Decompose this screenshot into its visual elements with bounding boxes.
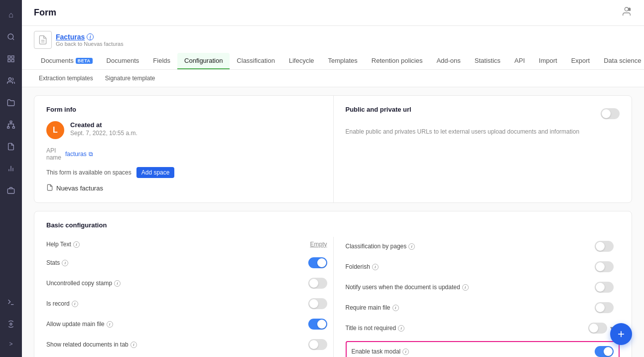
breadcrumb-name[interactable]: Facturas i — [56, 33, 124, 41]
spaces-label: This form is available on spaces — [46, 169, 131, 176]
created-date: Sept. 7, 2022, 10:55 a.m. — [70, 130, 137, 137]
stats-info-icon[interactable]: i — [62, 260, 68, 266]
copy-stamp-label: Uncontrolled copy stamp i — [46, 280, 121, 287]
form-info-card: Form info L Created at Sept. 7, 2022, 10… — [34, 96, 333, 202]
svg-point-14 — [10, 323, 12, 325]
home-icon[interactable]: ⌂ — [2, 6, 20, 24]
tab-export[interactable]: Export — [564, 53, 597, 69]
title-not-required-info-icon[interactable]: i — [398, 325, 404, 332]
tab-classification[interactable]: Classification — [230, 53, 282, 69]
folderish-label: Folderish i — [346, 263, 379, 270]
breadcrumb-info-icon[interactable]: i — [87, 33, 94, 40]
add-space-button[interactable]: Add space — [136, 167, 175, 178]
config-row-require-main: Require main file i — [346, 298, 620, 318]
space-item: Nuevas facturas — [46, 184, 321, 192]
folder-icon[interactable] — [2, 94, 20, 112]
notify-users-info-icon[interactable]: i — [462, 284, 469, 291]
hierarchy-icon[interactable] — [2, 116, 20, 134]
avatar: L — [46, 121, 64, 139]
chart-icon[interactable] — [2, 160, 20, 178]
basic-config-title: Basic configuration — [46, 221, 620, 229]
subtab-extraction[interactable]: Extraction templates — [34, 73, 98, 84]
svg-rect-6 — [10, 121, 12, 123]
api-label: API — [46, 147, 61, 154]
form-info-title: Form info — [46, 106, 321, 113]
require-main-info-icon[interactable]: i — [392, 305, 399, 311]
settings-icon[interactable] — [2, 315, 20, 333]
breadcrumb-back-link[interactable]: Go back to Nuevas facturas — [56, 41, 124, 47]
svg-rect-4 — [11, 59, 14, 62]
help-text-info-icon[interactable]: i — [73, 241, 80, 248]
tab-lifecycle[interactable]: Lifecycle — [282, 53, 321, 69]
created-label: Created at — [70, 121, 137, 129]
form-info-row: L Created at Sept. 7, 2022, 10:55 a.m. — [46, 121, 321, 139]
dashboard-icon[interactable] — [2, 50, 20, 68]
show-related-toggle[interactable] — [308, 339, 327, 350]
tab-api[interactable]: API — [508, 53, 532, 69]
stats-label: Stats i — [46, 259, 68, 266]
sidebar: ⌂ > — [0, 0, 22, 357]
tab-datascience[interactable]: Data science — [597, 53, 644, 69]
user-icon[interactable]: 2 — [621, 6, 632, 19]
folderish-toggle[interactable] — [595, 261, 614, 272]
is-record-toggle[interactable] — [308, 298, 327, 309]
terminal-icon[interactable] — [2, 293, 20, 311]
title-not-required-toggle[interactable] — [588, 323, 607, 334]
enable-task-modal-toggle[interactable] — [595, 346, 614, 357]
public-url-card: Public and private url Enable public and… — [333, 96, 632, 202]
tab-retention[interactable]: Retention policies — [365, 53, 430, 69]
copy-stamp-toggle[interactable] — [308, 278, 327, 289]
public-url-title: Public and private url — [346, 106, 411, 113]
show-related-info-icon[interactable]: i — [130, 342, 137, 348]
briefcase-icon[interactable] — [2, 181, 20, 199]
folderish-info-icon[interactable]: i — [372, 264, 379, 270]
fab-button[interactable]: + — [610, 323, 632, 345]
tab-import[interactable]: Import — [532, 53, 564, 69]
search-icon[interactable] — [2, 28, 20, 46]
tab-templates[interactable]: Templates — [321, 53, 365, 69]
spaces-row: This form is available on spaces Add spa… — [46, 167, 321, 178]
tab-fields[interactable]: Fields — [146, 53, 177, 69]
help-text-label: Help Text i — [46, 241, 80, 248]
tab-configuration[interactable]: Configuration — [177, 53, 230, 69]
form-info-text: Created at Sept. 7, 2022, 10:55 a.m. — [70, 121, 137, 137]
copy-stamp-info-icon[interactable]: i — [114, 280, 121, 287]
tab-addons[interactable]: Add-ons — [429, 53, 467, 69]
space-name: Nuevas facturas — [56, 184, 103, 192]
allow-update-toggle[interactable] — [308, 319, 327, 330]
svg-text:2: 2 — [629, 7, 631, 11]
tabs-row: Documents BETA Documents Fields Configur… — [22, 53, 644, 70]
stats-toggle[interactable] — [308, 257, 327, 268]
notify-users-toggle[interactable] — [595, 282, 614, 293]
public-url-desc: Enable public and privates URLs to let e… — [346, 127, 620, 136]
allow-update-info-icon[interactable]: i — [107, 321, 113, 328]
require-main-label: Require main file i — [346, 304, 399, 311]
is-record-info-icon[interactable]: i — [72, 301, 78, 307]
form-icon — [34, 31, 52, 49]
config-row-helptext: Help Text i Empty — [46, 237, 333, 252]
config-row-title-not-required: Title is not required i ▾ — [346, 319, 620, 338]
copy-icon[interactable]: ⧉ — [89, 151, 93, 158]
header: Form 2 — [22, 0, 644, 26]
svg-point-5 — [8, 78, 11, 80]
subtab-signature[interactable]: Signature template — [100, 73, 160, 84]
expand-sidebar-button[interactable]: > — [2, 337, 20, 351]
config-row-folderish: Folderish i — [346, 257, 620, 277]
tab-statistics[interactable]: Statistics — [468, 53, 508, 69]
help-text-value[interactable]: Empty — [310, 241, 327, 248]
config-row-notify-users: Notify users when the document is update… — [346, 278, 620, 297]
enable-task-modal-info-icon[interactable]: i — [402, 349, 409, 355]
tab-documents-beta[interactable]: Documents BETA — [34, 53, 100, 69]
public-url-toggle[interactable] — [601, 108, 620, 119]
classification-pages-info-icon[interactable]: i — [408, 243, 415, 250]
config-row-show-related: Show related documents in tab i — [46, 335, 333, 355]
svg-rect-2 — [11, 56, 14, 58]
subtabs-row: Extraction templates Signature template — [22, 70, 644, 87]
tab-documents[interactable]: Documents — [100, 53, 146, 69]
document-icon[interactable] — [2, 138, 20, 156]
users-icon[interactable] — [2, 72, 20, 90]
classification-pages-toggle[interactable] — [595, 241, 614, 252]
api-name-label: name — [46, 154, 61, 161]
require-main-toggle[interactable] — [595, 302, 614, 313]
svg-rect-1 — [8, 56, 10, 58]
